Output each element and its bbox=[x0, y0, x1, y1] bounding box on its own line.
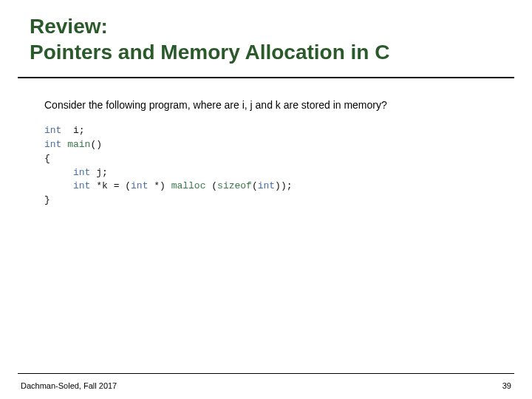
code-text: ( bbox=[205, 180, 217, 191]
code-text: ( bbox=[252, 180, 258, 191]
code-text: i; bbox=[61, 125, 84, 136]
code-text: *) bbox=[148, 180, 171, 191]
code-text: { bbox=[44, 153, 50, 164]
code-kw: int bbox=[73, 167, 90, 178]
code-indent bbox=[44, 180, 73, 191]
code-indent bbox=[44, 167, 73, 178]
title-line-2: Pointers and Memory Allocation in C bbox=[30, 39, 532, 65]
code-fn: malloc bbox=[171, 180, 206, 191]
code-block: int i; int main() { int j; int *k = (int… bbox=[44, 124, 532, 208]
code-text: *k = ( bbox=[90, 180, 131, 191]
code-fn: sizeof bbox=[217, 180, 252, 191]
code-text: () bbox=[90, 139, 102, 150]
title-block: Review: Pointers and Memory Allocation i… bbox=[0, 0, 532, 72]
footer-divider bbox=[18, 373, 514, 374]
content-area: Consider the following program, where ar… bbox=[0, 78, 532, 208]
code-text: j; bbox=[90, 167, 107, 178]
prompt-text: Consider the following program, where ar… bbox=[44, 99, 532, 111]
footer-author: Dachman-Soled, Fall 2017 bbox=[21, 381, 117, 390]
title-line-1: Review: bbox=[30, 13, 532, 39]
code-text: } bbox=[44, 194, 50, 205]
code-kw: int bbox=[73, 180, 90, 191]
code-kw: int bbox=[44, 139, 61, 150]
code-fn: main bbox=[61, 139, 90, 150]
code-kw: int bbox=[131, 180, 148, 191]
code-kw: int bbox=[258, 180, 275, 191]
page-number: 39 bbox=[502, 381, 511, 390]
code-kw: int bbox=[44, 125, 61, 136]
slide: Review: Pointers and Memory Allocation i… bbox=[0, 0, 532, 399]
code-text: )); bbox=[275, 180, 292, 191]
